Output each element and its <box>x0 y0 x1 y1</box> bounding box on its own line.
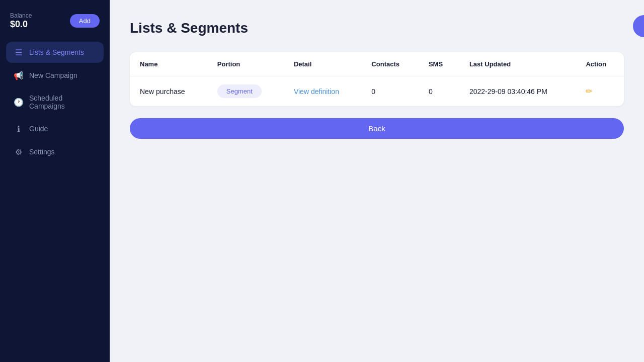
col-name: Name <box>130 52 207 76</box>
add-balance-button[interactable]: Add <box>70 14 100 28</box>
sidebar-item-label: Lists & Segments <box>29 48 84 56</box>
balance-label: Balance <box>10 12 32 19</box>
view-definition-link[interactable]: View definition <box>294 87 339 96</box>
sidebar-item-guide[interactable]: ℹ Guide <box>6 118 104 139</box>
top-bar: Lists & Segments <box>130 20 624 36</box>
table-row: New purchase Segment View definition 0 0… <box>130 76 624 107</box>
cell-name: New purchase <box>130 76 207 107</box>
sidebar-nav: ☰ Lists & Segments 📢 New Campaign 🕐 Sche… <box>0 38 110 166</box>
sidebar-balance-section: Balance $0.0 Add <box>0 0 110 38</box>
col-action: Action <box>576 52 624 76</box>
lists-segments-table-container: Name Portion Detail Contacts SMS Last Up… <box>130 52 624 106</box>
sidebar-item-label: New Campaign <box>29 71 77 79</box>
sidebar: Balance $0.0 Add ☰ Lists & Segments 📢 Ne… <box>0 0 110 362</box>
balance-amount: $0.0 <box>10 19 32 30</box>
scheduled-campaigns-icon: 🕐 <box>14 98 23 107</box>
table-body: New purchase Segment View definition 0 0… <box>130 76 624 107</box>
segment-badge: Segment <box>217 84 262 98</box>
cell-action: ✏ <box>576 76 624 107</box>
col-detail: Detail <box>284 52 361 76</box>
sidebar-item-lists-segments[interactable]: ☰ Lists & Segments <box>6 42 104 63</box>
back-button[interactable]: Back <box>130 118 624 139</box>
table-header: Name Portion Detail Contacts SMS Last Up… <box>130 52 624 76</box>
main-content: Lists & Segments Name Portion Detail Con… <box>110 0 644 362</box>
page-title: Lists & Segments <box>130 20 248 36</box>
guide-icon: ℹ <box>14 124 23 133</box>
edit-icon[interactable]: ✏ <box>586 87 592 96</box>
settings-icon: ⚙ <box>14 147 23 156</box>
balance-info: Balance $0.0 <box>10 12 32 30</box>
col-contacts: Contacts <box>361 52 419 76</box>
cell-sms: 0 <box>419 76 459 107</box>
cell-last-updated: 2022-29-09 03:40:46 PM <box>459 76 576 107</box>
avatar <box>633 15 644 37</box>
lists-segments-icon: ☰ <box>14 48 23 57</box>
sidebar-item-label: Settings <box>29 148 55 156</box>
col-last-updated: Last Updated <box>459 52 576 76</box>
col-sms: SMS <box>419 52 459 76</box>
sidebar-item-label: Scheduled Campaigns <box>29 94 96 110</box>
sidebar-item-scheduled-campaigns[interactable]: 🕐 Scheduled Campaigns <box>6 88 104 116</box>
table-header-row: Name Portion Detail Contacts SMS Last Up… <box>130 52 624 76</box>
sidebar-item-label: Guide <box>29 125 48 133</box>
col-portion: Portion <box>207 52 284 76</box>
lists-segments-table: Name Portion Detail Contacts SMS Last Up… <box>130 52 624 106</box>
cell-detail: View definition <box>284 76 361 107</box>
sidebar-item-new-campaign[interactable]: 📢 New Campaign <box>6 65 104 86</box>
cell-contacts: 0 <box>361 76 419 107</box>
new-campaign-icon: 📢 <box>14 71 23 80</box>
sidebar-item-settings[interactable]: ⚙ Settings <box>6 141 104 162</box>
cell-portion: Segment <box>207 76 284 107</box>
